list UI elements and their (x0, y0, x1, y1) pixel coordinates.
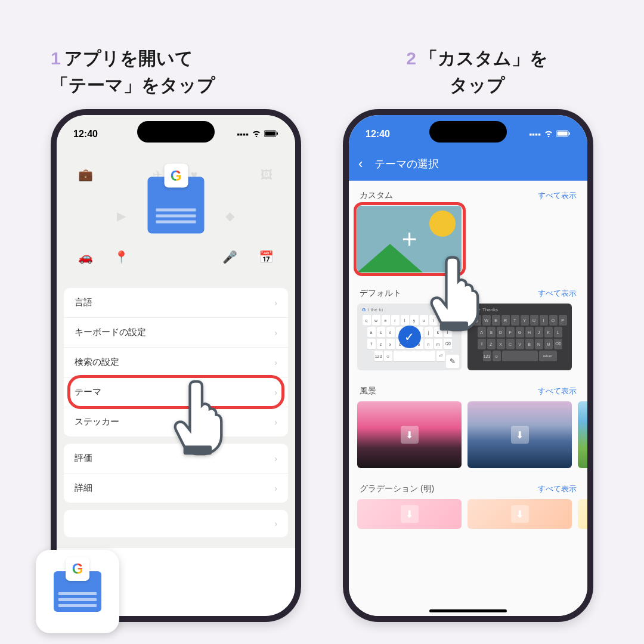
theme-header: ‹ テーマの選択 (349, 147, 587, 181)
chevron-right-icon: › (274, 388, 277, 397)
chevron-right-icon: › (274, 519, 277, 528)
gboard-logo-icon (148, 177, 205, 233)
settings-item-search[interactable]: 検索の設定› (64, 348, 288, 377)
home-indicator (429, 609, 507, 612)
step2-heading: 2「カスタム」を タップ (343, 18, 611, 98)
step2-text: 「カスタム」を タップ (420, 48, 548, 95)
custom-theme-add[interactable]: + (357, 206, 462, 273)
settings-item-blank[interactable]: › (64, 510, 288, 537)
gradient-theme-1[interactable]: ⬇ (357, 499, 462, 529)
check-icon: ✓ (398, 326, 421, 348)
chevron-right-icon: › (274, 484, 277, 493)
status-time: 12:40 (73, 129, 98, 140)
chevron-right-icon: › (274, 328, 277, 338)
status-bar: 12:40 ▪▪▪▪ (57, 115, 295, 147)
settings-list: 言語› キーボードの設定› 検索の設定› テーマ› ステッカー› 評価› 詳細›… (57, 284, 295, 548)
theme-header-title: テーマの選択 (374, 157, 439, 171)
phone-mock-2: 12:40 ▪▪▪▪ ‹ テーマの選択 カスタム すべ (343, 109, 593, 622)
signal-icon: ▪▪▪▪ (237, 129, 249, 139)
default-theme-light[interactable]: GItheto qwertyuiop asdfghjkl ⇧zxcvbnm⌫ 1… (357, 304, 462, 370)
step2-number: 2 (406, 48, 416, 68)
section-default-label: デフォルト (360, 288, 401, 299)
signal-icon: ▪▪▪▪ (529, 129, 541, 139)
status-time: 12:40 (366, 129, 390, 140)
show-all-default[interactable]: すべて表示 (538, 288, 577, 299)
download-icon: ⬇ (401, 505, 419, 523)
section-gradient-label: グラデーション (明) (360, 484, 434, 494)
back-icon[interactable]: ‹ (358, 156, 363, 172)
step1-number: 1 (51, 48, 61, 68)
section-custom-label: カスタム (360, 190, 393, 201)
battery-icon (264, 129, 278, 139)
settings-item-sticker[interactable]: ステッカー› (64, 407, 288, 436)
download-icon: ⬇ (511, 426, 529, 444)
settings-item-theme[interactable]: テーマ› (64, 377, 288, 407)
status-bar: 12:40 ▪▪▪▪ (349, 115, 587, 147)
scenery-theme-1[interactable]: ⬇ (357, 401, 462, 468)
svg-rect-6 (569, 132, 570, 135)
edit-icon[interactable]: ✎ (446, 355, 459, 368)
default-theme-dark[interactable]: TheThanks QWERTYUIOP ASDFGHJKL ⇧ZXCVBNM⌫… (467, 304, 572, 370)
download-icon: ⬇ (401, 426, 419, 444)
battery-icon (556, 129, 571, 139)
show-all-scenery[interactable]: すべて表示 (538, 386, 577, 397)
status-icons: ▪▪▪▪ (529, 129, 571, 139)
scenery-theme-2[interactable]: ⬇ (467, 401, 572, 468)
show-all-gradient[interactable]: すべて表示 (538, 484, 577, 494)
section-scenery-label: 風景 (360, 386, 376, 397)
show-all-custom[interactable]: すべて表示 (538, 190, 577, 201)
mountain-icon (357, 244, 423, 273)
download-icon: ⬇ (511, 505, 529, 523)
svg-rect-1 (265, 132, 275, 136)
sun-icon (429, 210, 456, 237)
gboard-app-icon (36, 550, 119, 633)
wifi-icon (544, 129, 553, 139)
gboard-hero: 💼✈♥🖼 ▶◆ 🚗📍🎤📅 (57, 147, 295, 284)
phone-mock-1: 12:40 ▪▪▪▪ 💼✈♥🖼 ▶◆ 🚗📍🎤📅 (51, 109, 301, 622)
wifi-icon (252, 129, 261, 139)
chevron-right-icon: › (274, 358, 277, 367)
status-icons: ▪▪▪▪ (237, 129, 278, 139)
chevron-right-icon: › (274, 454, 277, 463)
settings-item-rating[interactable]: 評価› (64, 444, 288, 473)
svg-rect-2 (277, 132, 278, 135)
gradient-theme-2[interactable]: ⬇ (467, 499, 572, 529)
chevron-right-icon: › (274, 298, 277, 308)
svg-rect-5 (558, 132, 568, 136)
settings-item-keyboard[interactable]: キーボードの設定› (64, 318, 288, 348)
gradient-theme-3[interactable] (578, 499, 587, 529)
step1-text: アプリを開いて 「テーマ」をタップ (51, 48, 215, 95)
step1-heading: 1アプリを開いて 「テーマ」をタップ (51, 18, 319, 98)
settings-item-details[interactable]: 詳細› (64, 473, 288, 503)
scenery-theme-3[interactable] (578, 401, 587, 468)
settings-item-language[interactable]: 言語› (64, 288, 288, 318)
chevron-right-icon: › (274, 417, 277, 427)
